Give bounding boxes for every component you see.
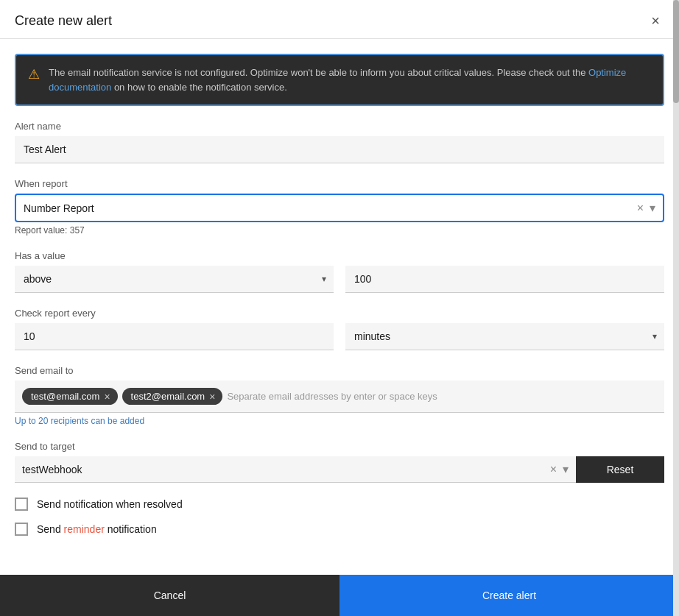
interval-unit-col: minutes hours days ▾ (345, 323, 664, 350)
email-tag-2: test2@email.com × (122, 388, 223, 405)
email-placeholder: Separate email addresses by enter or spa… (227, 391, 437, 402)
modal-header: Create new alert × (0, 0, 679, 39)
modal-footer: Cancel Create alert (0, 575, 679, 616)
webhook-row: testWebhook × ▾ Reset (15, 456, 664, 483)
reset-button[interactable]: Reset (576, 456, 664, 483)
modal-container: Create new alert × ⚠ The email notificat… (0, 0, 679, 616)
send-to-target-group: Send to target testWebhook × ▾ Reset (15, 441, 664, 483)
warning-text-before: The email notification service is not co… (49, 67, 588, 78)
email-tag-1: test@email.com × (22, 388, 118, 405)
send-reminder-notification-label: Send reminder notification (37, 523, 157, 535)
alert-name-group: Alert name (15, 121, 664, 163)
alert-name-label: Alert name (15, 121, 664, 132)
warning-text: The email notification service is not co… (49, 66, 651, 94)
reminder-highlight: reminder (64, 523, 105, 535)
check-report-label: Check report every (15, 308, 664, 319)
check-report-group: Check report every minutes hours days ▾ (15, 308, 664, 350)
alert-name-input[interactable] (15, 136, 664, 163)
send-to-target-label: Send to target (15, 441, 664, 452)
close-button[interactable]: × (647, 12, 664, 29)
email-hint: Up to 20 recipients can be added (15, 416, 664, 426)
modal-body: ⚠ The email notification service is not … (0, 39, 679, 575)
email-tag-1-remove[interactable]: × (104, 392, 110, 402)
send-notification-resolved-label: Send notification when resolved (37, 498, 183, 510)
email-tag-2-value: test2@email.com (131, 391, 205, 402)
report-select-value: Number Report (24, 202, 637, 214)
report-value-hint: Report value: 357 (15, 225, 664, 236)
interval-col (15, 323, 334, 350)
condition-select[interactable]: above below equal to (15, 266, 334, 292)
send-reminder-notification-row: Send reminder notification (15, 523, 664, 536)
condition-col: above below equal to ▾ (15, 266, 334, 293)
has-value-group: Has a value above below equal to ▾ (15, 250, 664, 293)
warning-banner: ⚠ The email notification service is not … (15, 54, 664, 106)
warning-text-after: on how to enable the notification servic… (111, 82, 286, 93)
send-notification-resolved-row: Send notification when resolved (15, 498, 664, 511)
check-report-row: minutes hours days ▾ (15, 323, 664, 350)
interval-unit-select-wrapper: minutes hours days ▾ (345, 323, 664, 350)
webhook-clear-icon[interactable]: × (550, 463, 557, 476)
chevron-down-icon[interactable]: ▾ (650, 201, 655, 215)
condition-select-wrapper: above below equal to ▾ (15, 266, 334, 293)
report-select-actions: × ▾ (637, 201, 655, 215)
threshold-input[interactable] (345, 266, 664, 293)
webhook-chevron-icon[interactable]: ▾ (563, 462, 569, 476)
has-value-row: above below equal to ▾ (15, 266, 664, 293)
modal-title: Create new alert (15, 13, 112, 29)
send-reminder-notification-checkbox[interactable] (15, 523, 28, 536)
email-input-area[interactable]: test@email.com × test2@email.com × Separ… (15, 380, 664, 413)
report-select[interactable]: Number Report × ▾ (15, 194, 664, 222)
webhook-value: testWebhook (22, 464, 550, 475)
clear-icon[interactable]: × (637, 202, 644, 215)
send-notification-resolved-checkbox[interactable] (15, 498, 28, 511)
send-email-label: Send email to (15, 365, 664, 376)
create-alert-button[interactable]: Create alert (340, 575, 679, 616)
has-value-label: Has a value (15, 250, 664, 261)
scrollbar-thumb[interactable] (673, 0, 679, 103)
interval-input[interactable] (15, 323, 334, 350)
webhook-actions: × ▾ (550, 462, 569, 476)
warning-icon: ⚠ (28, 66, 40, 82)
email-tag-2-remove[interactable]: × (209, 392, 215, 402)
threshold-col (345, 266, 664, 293)
when-report-group: When report Number Report × ▾ Report val… (15, 178, 664, 236)
email-tag-1-value: test@email.com (31, 391, 99, 402)
webhook-select-wrapper[interactable]: testWebhook × ▾ (15, 456, 576, 483)
interval-unit-select[interactable]: minutes hours days (345, 323, 664, 350)
cancel-button[interactable]: Cancel (0, 575, 340, 616)
send-email-section: Send email to test@email.com × test2@ema… (15, 365, 664, 426)
when-report-label: When report (15, 178, 664, 189)
scrollbar-track[interactable] (673, 0, 679, 616)
